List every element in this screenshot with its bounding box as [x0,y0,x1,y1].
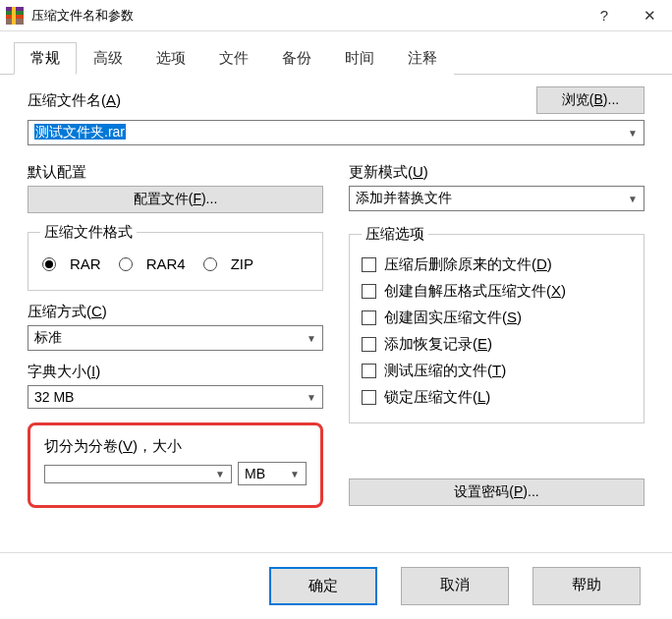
window-title: 压缩文件名和参数 [31,7,582,25]
split-highlight-box: 切分为分卷(V)，大小 ▼ MB▼ [28,422,323,508]
chevron-down-icon: ▼ [307,392,316,403]
archive-name-field[interactable]: 测试文件夹.rar ▼ [28,120,644,145]
split-size-field[interactable]: ▼ [44,465,232,483]
chevron-down-icon: ▼ [307,333,316,344]
checkbox-icon [362,257,376,272]
chevron-down-icon: ▼ [628,128,638,139]
tab-bar: 常规 高级 选项 文件 备份 时间 注释 [0,31,672,75]
option-solid[interactable]: 创建固实压缩文件(S) [362,305,632,331]
radio-icon [203,257,217,271]
ok-button[interactable]: 确定 [269,567,377,605]
format-radio-rar4[interactable]: RAR4 [119,255,186,272]
chevron-down-icon: ▼ [628,194,638,204]
tab-general[interactable]: 常规 [14,42,77,75]
format-legend: 压缩文件格式 [40,223,137,242]
option-lock[interactable]: 锁定压缩文件(L) [362,384,632,411]
dialog-footer: 确定 取消 帮助 [0,552,672,619]
archive-name-label: 压缩文件名(A) [28,91,121,110]
update-mode-select[interactable]: 添加并替换文件▼ [349,186,644,211]
method-label: 压缩方式(C) [28,303,323,321]
format-group: 压缩文件格式 RAR RAR4 ZIP [28,223,323,291]
browse-button[interactable]: 浏览(B)... [536,86,644,114]
cancel-button[interactable]: 取消 [401,567,509,605]
tab-backup[interactable]: 备份 [265,42,328,75]
options-legend: 压缩选项 [362,225,428,244]
option-recovery[interactable]: 添加恢复记录(E) [362,331,632,358]
tab-files[interactable]: 文件 [202,42,265,75]
method-select[interactable]: 标准▼ [28,325,323,351]
profile-button[interactable]: 配置文件(F)... [28,186,323,213]
general-panel: 压缩文件名(A) 浏览(B)... 测试文件夹.rar ▼ 默认配置 配置文件(… [0,75,672,518]
chevron-down-icon: ▼ [290,469,300,479]
checkbox-icon [362,310,376,325]
radio-icon [42,257,56,271]
svg-rect-4 [12,7,16,25]
checkbox-icon [362,284,376,299]
option-test[interactable]: 测试压缩的文件(T) [362,358,632,384]
split-unit-select[interactable]: MB▼ [238,462,307,485]
right-column: 更新模式(U) 添加并替换文件▼ 压缩选项 压缩后删除原来的文件(D) 创建自解… [349,163,644,508]
titlebar: 压缩文件名和参数 ? ✕ [0,0,672,31]
tab-comment[interactable]: 注释 [391,42,454,75]
set-password-button[interactable]: 设置密码(P)... [349,478,644,506]
app-icon [6,7,24,25]
tab-options[interactable]: 选项 [140,42,202,75]
checkbox-icon [362,337,376,352]
tab-advanced[interactable]: 高级 [77,42,140,75]
left-column: 默认配置 配置文件(F)... 压缩文件格式 RAR RAR4 ZIP 压缩方式… [28,163,323,508]
format-radio-rar[interactable]: RAR [42,255,101,272]
format-radio-zip[interactable]: ZIP [203,255,253,272]
tab-time[interactable]: 时间 [328,42,391,75]
help-button[interactable]: ? [582,0,627,31]
option-sfx[interactable]: 创建自解压格式压缩文件(X) [362,278,632,305]
chevron-down-icon: ▼ [215,469,225,479]
dict-label: 字典大小(I) [28,363,323,381]
options-group: 压缩选项 压缩后删除原来的文件(D) 创建自解压格式压缩文件(X) 创建固实压缩… [349,225,644,423]
update-mode-label: 更新模式(U) [349,163,644,182]
archive-name-value: 测试文件夹.rar [34,124,126,140]
checkbox-icon [362,390,376,405]
dict-select[interactable]: 32 MB▼ [28,385,323,409]
split-label: 切分为分卷(V)，大小 [44,437,307,456]
option-delete-after[interactable]: 压缩后删除原来的文件(D) [362,252,632,278]
help-button-footer[interactable]: 帮助 [532,567,641,605]
radio-icon [119,257,133,271]
default-profile-label: 默认配置 [28,163,323,182]
close-button[interactable]: ✕ [627,0,672,31]
checkbox-icon [362,364,376,378]
